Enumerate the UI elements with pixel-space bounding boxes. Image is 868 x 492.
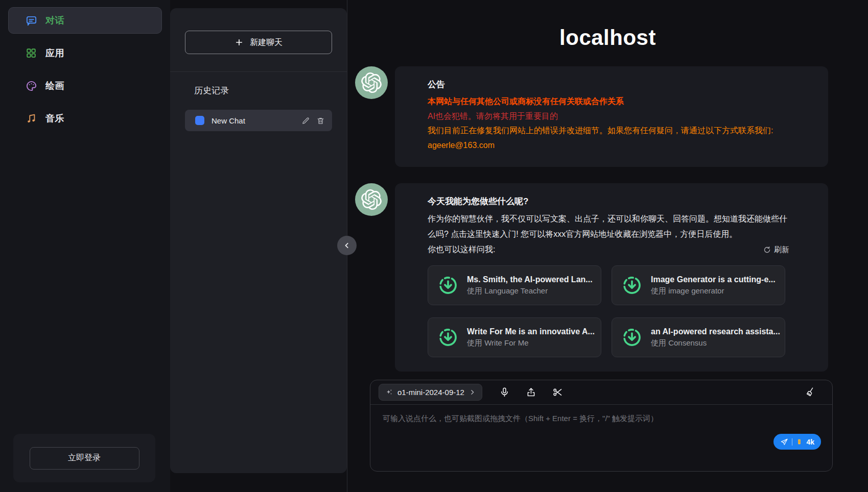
- sidebar-item-chat[interactable]: 对话: [8, 7, 162, 34]
- sidebar-item-apps-label: 应用: [45, 47, 64, 59]
- prompt-download-icon: [437, 327, 459, 348]
- suggestion-card[interactable]: Image Generator is a cutting-e... 使用 ima…: [612, 265, 785, 305]
- chevron-left-icon: [342, 240, 352, 251]
- page-title: localhost: [347, 26, 868, 50]
- assistant-avatar: [355, 183, 388, 216]
- model-selector-label: o1-mini-2024-09-12: [397, 388, 464, 397]
- chat-history-item[interactable]: New Chat: [185, 110, 332, 131]
- ask-hint-text: 你也可以这样问我:: [428, 242, 495, 257]
- message-announcement: 公告 本网站与任何其他公司或商标没有任何关联或合作关系 AI也会犯错。请勿将其用…: [355, 66, 828, 167]
- music-note-icon: [25, 112, 37, 125]
- sidebar-item-music-label: 音乐: [45, 112, 64, 125]
- welcome-body: 作为你的智慧伙伴，我不仅可以写文案、出点子，还可以和你聊天、回答问题。想知道我还…: [428, 211, 789, 242]
- composer: o1-mini-2024-09-12 可输入说点什么，也可贴截图或拖拽文件（Sh…: [370, 380, 833, 472]
- input-placeholder: 可输入说点什么，也可贴截图或拖拽文件（Shift + Enter = 换行，"/…: [383, 414, 820, 424]
- apps-grid-icon: [25, 47, 37, 59]
- chevron-right-icon: [469, 389, 476, 396]
- message-input[interactable]: 可输入说点什么，也可贴截图或拖拽文件（Shift + Enter = 换行，"/…: [370, 405, 832, 471]
- chat-main: localhost 公告 本网站与任何其他公司或商标没有任何关联或合作关系 AI…: [347, 0, 868, 492]
- app-root: 对话 应用 绘画 音乐 立即登录 新建聊天: [0, 0, 868, 492]
- scissors-button[interactable]: [552, 386, 564, 399]
- suggestion-title: Image Generator is a cutting-e...: [651, 275, 776, 284]
- openai-logo-icon: [361, 189, 382, 210]
- contact-email-link[interactable]: ageerle@163.com: [428, 138, 789, 153]
- openai-logo-icon: [361, 72, 382, 93]
- chat-list-divider: [170, 71, 347, 72]
- composer-toolbar: o1-mini-2024-09-12: [370, 380, 832, 405]
- announcement-bubble: 公告 本网站与任何其他公司或商标没有任何关联或合作关系 AI也会犯错。请勿将其用…: [395, 66, 828, 167]
- sidebar-item-apps[interactable]: 应用: [8, 40, 162, 66]
- message-welcome: 今天我能为您做些什么呢? 作为你的智慧伙伴，我不仅可以写文案、出点子，还可以和你…: [355, 183, 828, 372]
- suggestion-title: Write For Me is an innovative A...: [467, 327, 595, 336]
- chat-bubble-icon: [25, 14, 37, 27]
- chat-list-panel: 新建聊天 历史记录 New Chat: [170, 8, 347, 473]
- suggestion-cards: Ms. Smith, the AI-powered Lan... 使用 Lang…: [428, 265, 789, 357]
- palette-icon: [25, 80, 37, 92]
- announcement-line: 本网站与任何其他公司或商标没有任何关联或合作关系: [428, 94, 789, 109]
- ask-hint-row: 你也可以这样问我: 刷新: [428, 242, 789, 257]
- paper-plane-icon: [780, 438, 788, 446]
- login-panel: 立即登录: [13, 434, 155, 482]
- suggestion-subtitle: 使用 Language Teacher: [467, 286, 593, 296]
- suggestion-card[interactable]: Ms. Smith, the AI-powered Lan... 使用 Lang…: [428, 265, 601, 305]
- refresh-label: 刷新: [774, 245, 789, 255]
- suggestion-card[interactable]: an AI-powered research assista... 使用 Con…: [612, 317, 785, 357]
- pill-divider: [792, 438, 792, 446]
- new-chat-button-label: 新建聊天: [250, 37, 283, 48]
- clear-context-button[interactable]: [805, 386, 817, 399]
- suggestion-subtitle: 使用 image generator: [651, 286, 776, 296]
- delete-icon[interactable]: [316, 116, 325, 125]
- announcement-line: 我们目前正在修复我们网站上的错误并改进细节。如果您有任何疑问，请通过以下方式联系…: [428, 124, 789, 138]
- model-selector[interactable]: o1-mini-2024-09-12: [379, 384, 482, 401]
- token-coin-icon: [796, 438, 803, 446]
- refresh-icon: [763, 246, 771, 254]
- login-button[interactable]: 立即登录: [30, 447, 139, 470]
- prompt-download-icon: [437, 275, 459, 296]
- announcement-line: AI也会犯错。请勿将其用于重要目的: [428, 109, 789, 124]
- chat-item-color-icon: [195, 116, 204, 125]
- sidebar-item-music[interactable]: 音乐: [8, 105, 162, 132]
- welcome-bubble: 今天我能为您做些什么呢? 作为你的智慧伙伴，我不仅可以写文案、出点子，还可以和你…: [395, 183, 828, 372]
- sidebar-item-drawing-label: 绘画: [45, 80, 64, 92]
- prompt-download-icon: [621, 327, 643, 348]
- plus-icon: [234, 38, 244, 47]
- announcement-title: 公告: [428, 79, 789, 90]
- sidebar-item-drawing[interactable]: 绘画: [8, 72, 162, 99]
- assistant-avatar: [355, 66, 388, 99]
- suggestion-title: an AI-powered research assista...: [651, 327, 780, 336]
- sidebar-item-chat-label: 对话: [45, 14, 64, 27]
- microphone-button[interactable]: [499, 386, 511, 399]
- welcome-title: 今天我能为您做些什么呢?: [428, 195, 789, 207]
- suggestion-subtitle: 使用 Consensus: [651, 338, 780, 348]
- suggestion-subtitle: 使用 Write For Me: [467, 338, 595, 348]
- suggestion-card[interactable]: Write For Me is an innovative A... 使用 Wr…: [428, 317, 601, 357]
- suggestion-title: Ms. Smith, the AI-powered Lan...: [467, 275, 593, 284]
- refresh-suggestions-button[interactable]: 刷新: [763, 245, 789, 255]
- chat-item-title: New Chat: [212, 116, 295, 125]
- sidebar: 对话 应用 绘画 音乐 立即登录: [0, 0, 170, 492]
- new-chat-button[interactable]: 新建聊天: [185, 31, 332, 54]
- prompt-download-icon: [621, 275, 643, 296]
- token-count-badge: 4k: [806, 438, 814, 446]
- sparkle-icon: [385, 388, 393, 396]
- history-heading: 历史记录: [185, 85, 332, 96]
- upload-button[interactable]: [525, 386, 537, 399]
- edit-icon[interactable]: [301, 116, 310, 125]
- send-button[interactable]: 4k: [773, 434, 821, 450]
- collapse-sidebar-button[interactable]: [337, 236, 357, 255]
